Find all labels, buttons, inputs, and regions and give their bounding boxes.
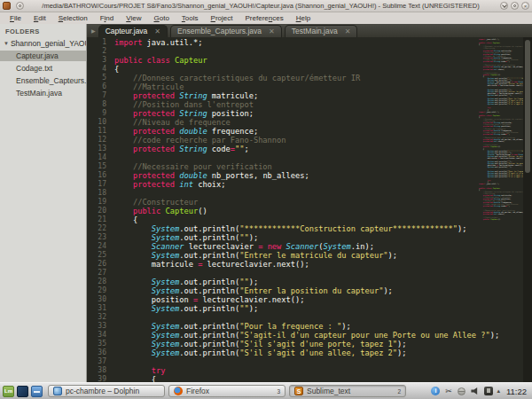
code-editor[interactable]: 1import java.util.*;23public class Capte… xyxy=(87,37,479,383)
code-line-text: //Niveau de frequence xyxy=(114,118,231,127)
menu-project[interactable]: Project xyxy=(205,12,239,24)
taskbar-button-firefox[interactable]: Firefox3 xyxy=(168,385,286,397)
scrollbar-thumb[interactable] xyxy=(525,40,530,173)
tab-testmain-java[interactable]: TestMain.java✕ xyxy=(285,25,358,37)
clipboard-icon[interactable]: ✂ xyxy=(443,387,453,396)
code-token: //Constructeur xyxy=(114,198,198,207)
code-line-21[interactable]: 21 { xyxy=(87,215,479,224)
code-line-22[interactable]: 22 System.out.println("************Const… xyxy=(87,224,479,233)
folders-header: FOLDERS xyxy=(0,24,86,38)
close-button[interactable]: × xyxy=(521,2,529,10)
title-bar[interactable]: /media/BATHROW/Cours/PROJET S8/Fano3/Sha… xyxy=(0,0,532,12)
code-line-17[interactable]: 17 protected int choix; xyxy=(87,180,479,189)
menu-goto[interactable]: Goto xyxy=(147,12,175,24)
minimap[interactable]: import java.util.*;public class Capteur{… xyxy=(479,38,523,383)
code-line-16[interactable]: 16 protected double nb_portes, nb_allees… xyxy=(87,171,479,180)
sidebar-item-ensemble-capteurs-java[interactable]: Ensemble_Capteurs.java xyxy=(0,75,86,86)
code-line-20[interactable]: 20 public Capteur() xyxy=(87,207,479,215)
menu-selection[interactable]: Selection xyxy=(52,12,94,24)
menu-tools[interactable]: Tools xyxy=(176,12,205,24)
code-line-36[interactable]: 36 System.out.println("S'il s'agit d'une… xyxy=(87,348,479,357)
network-icon[interactable] xyxy=(457,387,466,396)
menu-find[interactable]: Find xyxy=(94,12,121,24)
code-token: ); xyxy=(510,166,512,168)
window-menu-button[interactable] xyxy=(16,2,24,10)
code-line-29[interactable]: 29 System.out.println("Entrer la positio… xyxy=(87,286,479,295)
code-line-18[interactable]: 18 xyxy=(87,189,479,198)
tab-ensemble-capteurs-java[interactable]: Ensemble_Capteurs.java✕ xyxy=(170,25,282,37)
code-token: int xyxy=(179,180,193,189)
window-count-badge: 3 xyxy=(277,388,280,395)
code-line-32[interactable]: 32 xyxy=(87,313,479,322)
code-token: import xyxy=(114,38,142,47)
code-line-8[interactable]: 8 //Position dans l'entrepot xyxy=(87,100,479,109)
device-notifier-icon[interactable] xyxy=(483,387,493,396)
code-line-37[interactable]: 37 xyxy=(87,357,479,366)
clock[interactable]: 11:22 xyxy=(506,387,527,396)
code-line-13[interactable]: 13 protected String code=""; xyxy=(87,145,479,153)
code-token: System xyxy=(114,286,179,295)
code-line-26[interactable]: 26 matricule = lectureclavier.next(); xyxy=(87,260,479,269)
code-line-30[interactable]: 30 position = lectureclavier.next(); xyxy=(87,295,479,304)
code-line-14[interactable]: 14 xyxy=(87,153,479,162)
tab-close-icon[interactable]: ✕ xyxy=(269,28,275,35)
code-line-3[interactable]: 3public class Capteur xyxy=(87,56,479,65)
tab-capteur-java[interactable]: Capteur.java✕ xyxy=(98,25,168,37)
code-line-19[interactable]: 19 //Constructeur xyxy=(87,198,479,207)
code-line-9[interactable]: 9 protected String position; xyxy=(87,109,479,118)
menu-file[interactable]: File xyxy=(4,12,27,24)
code-line-6[interactable]: 6 //Matricule xyxy=(87,82,479,91)
menu-view[interactable]: View xyxy=(120,12,147,24)
show-desktop-button[interactable] xyxy=(17,386,28,397)
code-token: .out.println( xyxy=(179,224,239,233)
sidebar-item-capteur-java[interactable]: Capteur.java xyxy=(0,51,86,61)
menu-edit[interactable]: Edit xyxy=(27,12,52,24)
maximize-button[interactable] xyxy=(511,2,519,10)
mint-menu-button[interactable]: Lm xyxy=(3,386,14,397)
tray-expander-icon[interactable]: ▴ xyxy=(497,387,500,395)
sidebar-root-folder[interactable]: ▼ Shannon_genial_YAOUH! xyxy=(0,38,86,49)
code-line-11[interactable]: 11 protected double frequence; xyxy=(87,127,479,136)
code-line-24[interactable]: 24 Scanner lectureclavier = new Scanner(… xyxy=(87,242,479,251)
code-line-38[interactable]: 38 try xyxy=(87,366,479,375)
minimize-button[interactable] xyxy=(500,2,508,10)
code-line-12[interactable]: 12 //code recherche par Fano-Shannon xyxy=(87,136,479,145)
code-line-10[interactable]: 10 //Niveau de frequence xyxy=(87,118,479,127)
code-line-7[interactable]: 7 protected String matricule; xyxy=(87,91,479,100)
tab-close-icon[interactable]: ✕ xyxy=(154,28,160,35)
code-line-2[interactable]: 2 xyxy=(87,47,479,56)
taskbar-button-dolphin[interactable]: pc-chambre – Dolphin xyxy=(48,385,165,397)
code-line-1[interactable]: 1import java.util.*; xyxy=(87,38,479,47)
line-number: 21 xyxy=(87,215,106,224)
code-token: "Pour la frequence : " xyxy=(239,322,341,331)
code-line-15[interactable]: 15 //Necessaire pour verification xyxy=(87,162,479,171)
task-label: pc-chambre – Dolphin xyxy=(66,387,160,395)
code-line-23[interactable]: 23 System.out.println(""); xyxy=(87,233,479,242)
code-line-27[interactable]: 27 xyxy=(87,269,479,278)
code-line-33[interactable]: 33 System.out.println("Pour la frequence… xyxy=(87,322,479,331)
sidebar-item-codage-txt[interactable]: Codage.txt xyxy=(0,63,86,74)
tab-close-icon[interactable]: ✕ xyxy=(345,28,351,35)
menu-help[interactable]: Help xyxy=(290,12,317,24)
volume-icon[interactable] xyxy=(470,387,480,396)
vertical-scrollbar[interactable] xyxy=(523,37,532,383)
line-number: 37 xyxy=(87,357,106,366)
places-button[interactable] xyxy=(31,386,43,397)
code-token: protected xyxy=(114,171,179,180)
code-line-5[interactable]: 5 //Donnees caracteristiques du capteur/… xyxy=(87,74,479,82)
code-line-35[interactable]: 35 System.out.println("S'il s'agit d'une… xyxy=(87,340,479,348)
menu-preferences[interactable]: Preferences xyxy=(239,12,289,24)
sidebar-item-testmain-java[interactable]: TestMain.java xyxy=(0,88,86,98)
notifier-icon[interactable]: i xyxy=(431,387,440,395)
code-line-text: //Position dans l'entrepot xyxy=(114,100,254,109)
code-line-25[interactable]: 25 System.out.println("Entrer le matricu… xyxy=(87,251,479,260)
taskbar-button-sublime[interactable]: SSublime_text2 xyxy=(289,385,406,397)
code-line-text: import java.util.*; xyxy=(114,38,202,47)
code-line-31[interactable]: 31 System.out.println(""); xyxy=(87,304,479,313)
tab-overflow-icon[interactable]: ▶ xyxy=(89,27,98,34)
code-token: matricule xyxy=(114,260,198,269)
tab-label: Ensemble_Capteurs.java xyxy=(177,26,262,37)
code-line-34[interactable]: 34 System.out.println("S'agit-il d'un ca… xyxy=(87,331,479,340)
code-line-4[interactable]: 4{ xyxy=(87,65,479,74)
code-line-28[interactable]: 28 System.out.println(""); xyxy=(87,278,479,286)
